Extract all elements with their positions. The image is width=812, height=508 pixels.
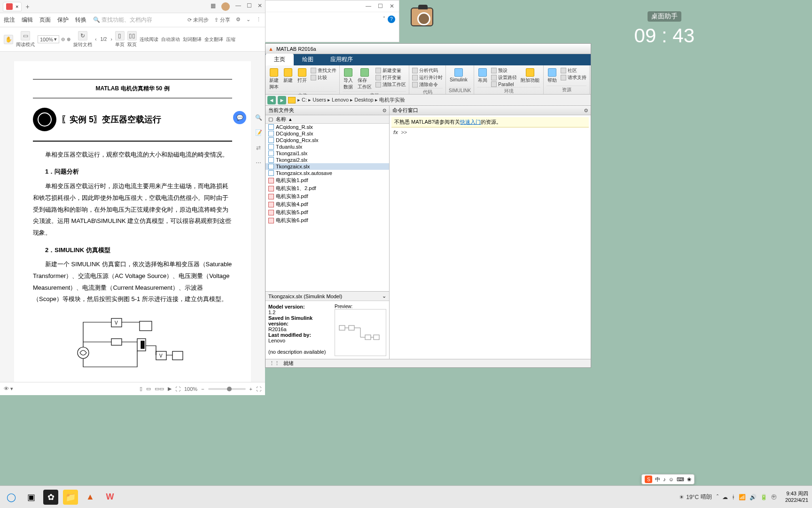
setpath-button[interactable]: 设置路径 <box>491 74 517 81</box>
ime-skin-icon[interactable]: ❀ <box>687 476 691 483</box>
crop-icon[interactable]: ⛶ <box>175 386 180 392</box>
addons-button[interactable]: 附加功能 <box>520 67 540 85</box>
layout-button[interactable]: 布局 <box>477 67 488 85</box>
zoom-in-icon[interactable]: ⊕ <box>67 37 70 42</box>
zoom-slider[interactable] <box>208 388 246 390</box>
search-input[interactable]: 🔍 查找功能、文档内容 <box>93 16 181 24</box>
save-ws-button[interactable]: 保存 工作区 <box>357 67 373 91</box>
zoom-minus-icon[interactable]: − <box>201 386 204 392</box>
convert-icon[interactable]: ⇄ <box>254 143 263 152</box>
runtime-button[interactable]: 运行并计时 <box>412 74 443 81</box>
ime-keyboard-icon[interactable]: ⌨ <box>677 476 684 483</box>
assistant-label[interactable]: 桌面助手 <box>648 11 681 22</box>
next-page-icon[interactable]: › <box>110 37 112 42</box>
resize-grip-icon[interactable]: ⋮⋮ <box>269 360 280 366</box>
file-item[interactable]: 电机实验5.pdf <box>265 208 389 216</box>
help-button[interactable]: 帮助 <box>547 67 558 85</box>
new-script-button[interactable]: 新建 脚本 <box>268 67 280 91</box>
file-list[interactable]: ACqidong_R.slxDCqidong_R.slxDCqidong_Rcx… <box>265 124 389 291</box>
ime-punct-icon[interactable]: ♪ <box>663 476 666 482</box>
camera-icon[interactable] <box>411 8 433 26</box>
close-icon[interactable]: ✕ <box>258 2 262 11</box>
tray-wifi-icon[interactable]: 📶 <box>739 494 746 500</box>
new-tab-button[interactable]: + <box>25 3 29 10</box>
page-indicator[interactable]: 1/2 <box>100 37 107 42</box>
play-icon[interactable]: ▶ <box>168 386 172 392</box>
file-item[interactable]: Tkongzaicx.slx <box>265 163 389 170</box>
file-item[interactable]: DCqidong_R.slx <box>265 130 389 137</box>
find-files-button[interactable]: 查找文件 <box>311 67 336 74</box>
menu-edit[interactable]: 编辑 <box>22 16 33 24</box>
chat-icon[interactable]: 💬 <box>233 111 246 124</box>
full-trans-label[interactable]: 全文翻译 <box>204 36 223 43</box>
minimize-icon[interactable]: — <box>235 2 241 11</box>
rotate-icon[interactable]: ↻ <box>78 31 87 40</box>
start-button[interactable]: ◯ <box>4 490 19 505</box>
search-icon[interactable]: 🔍 <box>254 113 263 122</box>
maximize-icon[interactable]: ☐ <box>247 2 252 11</box>
weather-widget[interactable]: ☀ 19°C 晴朗 <box>679 493 712 501</box>
tray-ime-icon[interactable]: ㊥ <box>771 493 777 501</box>
ime-lang[interactable]: 中 <box>655 476 660 483</box>
quickstart-link[interactable]: 快速入门 <box>460 119 481 125</box>
file-item[interactable]: ACqidong_R.slx <box>265 124 389 130</box>
continuous-label[interactable]: 连续阅读 <box>140 36 158 43</box>
close-icon[interactable]: ✕ <box>390 3 394 9</box>
tab-apps[interactable]: 应用程序 <box>322 54 361 65</box>
community-button[interactable]: 社区 <box>561 67 586 74</box>
simulink-button[interactable]: Simulink <box>449 67 468 83</box>
tab-home[interactable]: 主页 <box>265 54 294 65</box>
double-page-icon[interactable]: ▯▯ <box>127 31 137 40</box>
file-item[interactable]: 电机实验1.pdf <box>265 176 389 184</box>
details-head[interactable]: Tkongzaicx.slx (Simulink Model) <box>268 294 342 299</box>
analyze-button[interactable]: 分析代码 <box>412 67 443 74</box>
minimize-icon[interactable]: — <box>366 3 371 9</box>
hand-icon[interactable]: ✋ <box>4 35 13 44</box>
zoom-plus-icon[interactable]: + <box>250 386 252 392</box>
file-item[interactable]: 电机实验1、2.pdf <box>265 184 389 192</box>
folder-icon[interactable] <box>288 97 296 103</box>
chevron-down-icon[interactable]: ⌄ <box>246 16 250 24</box>
open-var-button[interactable]: 打开变量 <box>375 74 406 81</box>
tab-plots[interactable]: 绘图 <box>294 54 322 65</box>
file-item[interactable]: Tkongzai1.slx <box>265 150 389 157</box>
explorer-icon[interactable]: 📁 <box>63 490 78 505</box>
maximize-icon[interactable]: ☐ <box>378 3 383 9</box>
single-page-icon[interactable]: ▯ <box>115 31 125 40</box>
menu-page[interactable]: 页面 <box>39 16 51 24</box>
more-tool-icon[interactable]: ⋯ <box>254 158 263 167</box>
forward-icon[interactable]: ► <box>278 96 286 104</box>
folder-col-icon[interactable]: ▢ <box>268 116 273 122</box>
file-item[interactable]: DCqidong_Rcx.slx <box>265 137 389 143</box>
status-icon[interactable]: 👁 ▾ <box>4 386 13 392</box>
wps-taskbar-icon[interactable]: W <box>102 490 117 505</box>
new-var-button[interactable]: 新建变量 <box>375 67 406 74</box>
expand-icon[interactable]: ⊙ <box>383 108 386 113</box>
book-icon[interactable]: ▭ <box>21 31 30 40</box>
app-icon-1[interactable]: ✿ <box>43 490 58 505</box>
parallel-button[interactable]: Parallel <box>491 81 517 87</box>
tray-up-icon[interactable]: ˆ <box>717 494 718 500</box>
support-button[interactable]: 请求支持 <box>561 74 586 81</box>
tray-volume-icon[interactable]: 🔊 <box>750 494 757 500</box>
sogou-icon[interactable]: S <box>645 476 652 483</box>
taskbar-clock[interactable]: 9:43 周四 2022/4/21 <box>785 491 808 503</box>
clear-cmd-button[interactable]: 清除命令 <box>412 81 443 88</box>
zoom-out-icon[interactable]: ⊖ <box>61 37 65 42</box>
prefs-button[interactable]: 预设 <box>491 67 517 74</box>
autoscroll-label[interactable]: 自动滚动 <box>161 36 180 43</box>
file-item[interactable]: Tkongzaicx.slx.autosave <box>265 170 389 176</box>
task-view-icon[interactable]: ▣ <box>23 490 39 505</box>
view-mode2-icon[interactable]: ▭ <box>146 386 151 392</box>
sync-button[interactable]: ⟳ 未同步 <box>187 16 209 24</box>
view-mode-icon[interactable]: ▯ <box>140 386 142 392</box>
compare-button[interactable]: 比较 <box>311 74 336 81</box>
gear-icon[interactable]: ⚙ <box>236 16 241 24</box>
document-tab[interactable]: × <box>3 2 22 11</box>
view-mode3-icon[interactable]: ▭▭ <box>155 386 164 392</box>
name-column[interactable]: 名称 <box>276 116 286 123</box>
path-seg[interactable]: ▸ C: ▸ Users ▸ Lenovo ▸ Desktop ▸ 电机学实验 <box>297 96 405 103</box>
new-button[interactable]: 新建 <box>282 67 294 85</box>
document-viewport[interactable]: 💬 🔍 📝 ⇄ ⋯ MATLAB 电机仿真精华 50 例 〖实例 5〗变压器空载… <box>0 52 265 382</box>
zoom-select[interactable]: 100% ▾ <box>38 35 59 43</box>
